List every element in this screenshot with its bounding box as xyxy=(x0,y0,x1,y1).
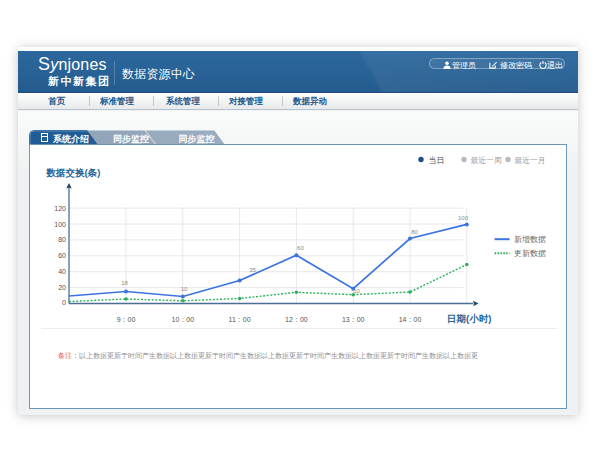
svg-text:数据交换(条): 数据交换(条) xyxy=(46,167,101,178)
svg-text:40: 40 xyxy=(58,268,66,275)
svg-text:最近一周: 最近一周 xyxy=(471,156,502,165)
svg-text:新增数据: 新增数据 xyxy=(514,235,546,244)
svg-text:11：00: 11：00 xyxy=(229,316,251,323)
svg-text:14：00: 14：00 xyxy=(399,316,422,323)
svg-text:60: 60 xyxy=(297,245,304,251)
svg-text:10: 10 xyxy=(181,286,188,292)
svg-text:当日: 当日 xyxy=(429,156,445,165)
svg-text:120: 120 xyxy=(54,205,66,212)
svg-text:100: 100 xyxy=(54,221,66,228)
svg-text:100: 100 xyxy=(458,215,469,221)
svg-text:10：00: 10：00 xyxy=(172,316,195,323)
svg-text:9：00: 9：00 xyxy=(117,316,136,323)
svg-text:日期(小时): 日期(小时) xyxy=(447,313,491,324)
svg-text:最近一月: 最近一月 xyxy=(514,156,545,165)
svg-text:10: 10 xyxy=(353,288,360,294)
svg-text:80: 80 xyxy=(411,229,418,235)
svg-text:同步监控: 同步监控 xyxy=(113,134,149,144)
svg-text:80: 80 xyxy=(58,236,66,243)
svg-text:18: 18 xyxy=(121,280,128,286)
svg-text:12：00: 12：00 xyxy=(285,316,308,323)
svg-text:系统介绍: 系统介绍 xyxy=(52,134,89,144)
svg-text:更新数据: 更新数据 xyxy=(514,249,546,258)
svg-text:35: 35 xyxy=(249,267,256,273)
svg-text:60: 60 xyxy=(58,252,66,259)
svg-text:同步监控: 同步监控 xyxy=(179,134,215,144)
svg-text:20: 20 xyxy=(58,284,66,291)
svg-text:0: 0 xyxy=(62,299,66,306)
svg-text:13：00: 13：00 xyxy=(342,316,365,323)
